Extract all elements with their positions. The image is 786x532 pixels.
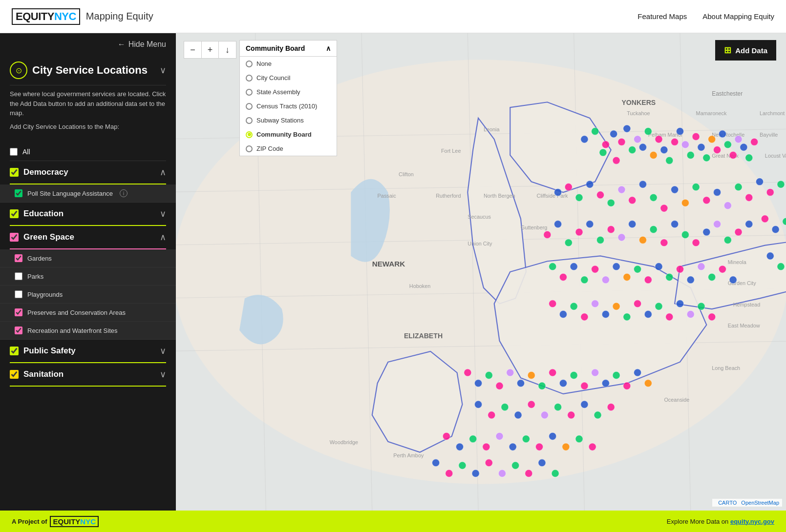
dropdown-option-census-tracts[interactable]: Census Tracts (2010) [240, 99, 337, 113]
svg-text:Bayville: Bayville [760, 132, 778, 138]
preserves-row[interactable]: Preserves and Conservation Areas [0, 304, 176, 322]
playgrounds-checkbox[interactable] [15, 290, 22, 298]
svg-text:Rutherford: Rutherford [436, 193, 461, 199]
preserves-label: Preserves and Conservation Areas [27, 309, 126, 316]
dropdown-chevron-icon: ∧ [326, 44, 331, 52]
hide-menu-button[interactable]: ← Hide Menu [0, 33, 176, 56]
add-data-button[interactable]: ⊞ Add Data [715, 40, 776, 61]
democracy-category: Democracy ∧ Poll Site Language Assistanc… [0, 161, 176, 203]
footer-link[interactable]: equity.nyc.gov [730, 518, 774, 525]
sanitation-checkbox[interactable] [10, 370, 19, 379]
zoom-in-button[interactable]: + [201, 41, 219, 59]
zoom-out-button[interactable]: − [184, 41, 201, 59]
footer-left-text: A Project of [12, 518, 47, 525]
svg-text:Union City: Union City [467, 241, 492, 246]
green-space-row[interactable]: Green Space ∧ [0, 226, 176, 248]
svg-text:East Meadow: East Meadow [728, 323, 760, 328]
public-safety-checkbox[interactable] [10, 347, 19, 355]
logo-text: EQUITY [16, 10, 54, 22]
democracy-row[interactable]: Democracy ∧ [0, 161, 176, 184]
education-row[interactable]: Education ∨ [0, 203, 176, 225]
poll-site-info-icon[interactable]: i [120, 189, 127, 197]
svg-text:Secaucus: Secaucus [467, 214, 491, 220]
svg-text:New Rochelle: New Rochelle [712, 132, 744, 138]
download-button[interactable]: ↓ [219, 41, 236, 59]
green-space-label: Green Space [23, 232, 74, 242]
svg-text:NEWARK: NEWARK [372, 260, 405, 268]
dropdown-option-subway-stations[interactable]: Subway Stations [240, 113, 337, 127]
city-service-description: See where local government services are … [0, 85, 176, 143]
svg-text:Hempstead: Hempstead [733, 302, 761, 307]
city-service-desc1: See where local government services are … [10, 89, 166, 118]
public-safety-row[interactable]: Public Safety ∨ [0, 340, 176, 362]
public-safety-label: Public Safety [23, 346, 76, 356]
footer-right-text: Explore More Data on [667, 518, 728, 525]
dropdown-selected-label: Community Board [246, 44, 305, 52]
app-title: Mapping Equity [86, 11, 153, 22]
svg-text:Guttenberg: Guttenberg [521, 225, 547, 230]
carto-link[interactable]: CARTO [718, 500, 737, 506]
svg-text:Passaic: Passaic [378, 193, 397, 199]
public-safety-chevron: ∨ [160, 346, 166, 356]
sanitation-category: Sanitation ∨ [0, 363, 176, 387]
featured-maps-link[interactable]: Featured Maps [637, 12, 687, 20]
app-footer: A Project of EQUITYNYC Explore More Data… [0, 511, 786, 532]
democracy-chevron: ∧ [160, 167, 166, 178]
hide-menu-arrow: ← [118, 40, 126, 49]
dropdown-option-zip-code[interactable]: ZIP Code [240, 142, 337, 156]
city-service-title-row: ⊙ City Service Locations [10, 61, 148, 79]
playgrounds-row[interactable]: Playgrounds [0, 286, 176, 304]
parks-label: Parks [27, 273, 43, 280]
footer-logo-text: EQUITY [53, 517, 80, 526]
dropdown-header[interactable]: Community Board ∧ [239, 40, 337, 57]
svg-text:North Bergen: North Bergen [484, 193, 515, 199]
green-space-chevron: ∧ [160, 232, 166, 243]
green-space-left: Green Space [10, 232, 74, 242]
preserves-checkbox[interactable] [15, 308, 22, 316]
map-area[interactable]: YONKERS Eastchester Tuckahoe Mamaroneck … [176, 33, 786, 511]
green-space-subitems: Gardens Parks Playgrounds Preserves and … [0, 249, 176, 340]
poll-site-label: Poll Site Language Assistance [27, 190, 113, 197]
dropdown-option-city-council[interactable]: City Council [240, 71, 337, 85]
recreation-label: Recreation and Waterfront Sites [27, 327, 118, 334]
svg-text:Mamaroneck: Mamaroneck [696, 110, 727, 116]
osm-link[interactable]: OpenStreetMap [741, 500, 779, 506]
poll-site-checkbox[interactable] [15, 189, 22, 197]
dropdown-option-community-board[interactable]: Community Board [240, 127, 337, 142]
education-checkbox[interactable] [10, 209, 19, 218]
education-label: Education [23, 209, 64, 219]
sanitation-row[interactable]: Sanitation ∨ [0, 363, 176, 386]
footer-logo: EQUITYNYC [50, 516, 99, 527]
svg-text:Hoboken: Hoboken [409, 283, 430, 289]
parks-checkbox[interactable] [15, 272, 22, 280]
dropdown-option-none[interactable]: None [240, 57, 337, 71]
recreation-checkbox[interactable] [15, 327, 22, 334]
sidebar: ← Hide Menu ⊙ City Service Locations ∨ S… [0, 33, 176, 511]
dropdown-option-state-assembly[interactable]: State Assembly [240, 85, 337, 99]
add-data-label: Add Data [735, 46, 767, 55]
gardens-checkbox[interactable] [15, 254, 22, 262]
radio-none [246, 61, 253, 67]
parks-row[interactable]: Parks [0, 267, 176, 286]
layer-dropdown[interactable]: Community Board ∧ None City Council Stat… [239, 40, 337, 156]
radio-community-board [246, 131, 253, 138]
city-service-desc2: Add City Service Locations to the Map: [10, 122, 166, 132]
radio-state-assembly [246, 89, 253, 96]
democracy-checkbox[interactable] [10, 168, 19, 177]
gardens-row[interactable]: Gardens [0, 249, 176, 267]
add-data-icon: ⊞ [724, 45, 731, 56]
main-content: ← Hide Menu ⊙ City Service Locations ∨ S… [0, 33, 786, 511]
all-checkbox[interactable] [10, 148, 18, 156]
gardens-label: Gardens [27, 255, 52, 262]
recreation-row[interactable]: Recreation and Waterfront Sites [0, 322, 176, 340]
poll-site-row[interactable]: Poll Site Language Assistance i [0, 184, 176, 203]
all-checkbox-row[interactable]: All [0, 143, 176, 161]
svg-text:Cliffside Park: Cliffside Park [537, 193, 568, 199]
map-attribution: CARTO OpenStreetMap [712, 499, 782, 507]
header-nav: Featured Maps About Mapping Equity [637, 12, 774, 20]
city-service-header[interactable]: ⊙ City Service Locations ∨ [0, 56, 176, 85]
about-link[interactable]: About Mapping Equity [702, 12, 774, 20]
dropdown-list: None City Council State Assembly Census … [239, 57, 337, 156]
green-space-checkbox[interactable] [10, 233, 19, 242]
logo-nyc: NYC [54, 10, 76, 22]
